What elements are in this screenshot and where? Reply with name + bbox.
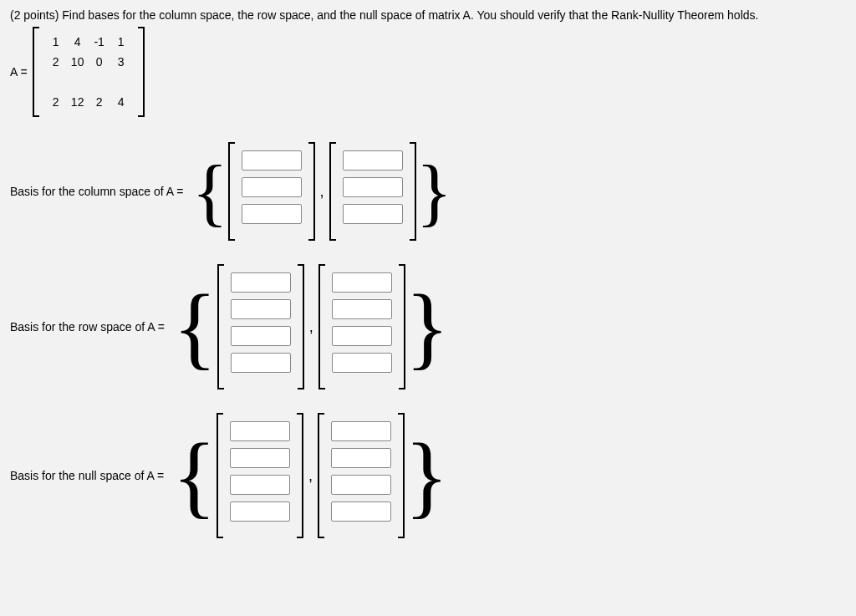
left-brace-icon: { [172,444,217,508]
matrix-cell: 3 [110,52,132,72]
matrix-cell: 4 [67,32,89,52]
matrix-cell: 12 [67,92,89,112]
vector-entry-input[interactable] [242,177,302,197]
separator-comma: , [308,467,313,485]
vector-entry-input[interactable] [332,326,392,346]
vector-entry-input[interactable] [242,204,302,224]
right-brace-icon: } [405,295,450,359]
column-space-section: Basis for the column space of A = { , } [10,142,846,241]
matrix-cell: 2 [45,52,67,72]
row-space-section: Basis for the row space of A = { , } [10,264,846,389]
vector-entry-input[interactable] [231,272,291,293]
right-brace-icon: } [405,444,449,508]
vector-entry-input[interactable] [230,448,290,468]
matrix-cell: 4 [110,92,132,112]
vector-entry-input[interactable] [343,150,403,171]
vector-entry-input[interactable] [331,501,391,522]
matrix-cell: 0 [89,52,110,72]
vector-entry-input[interactable] [230,475,290,495]
question-prompt: (2 points) Find bases for the column spa… [10,8,846,22]
left-brace-icon: { [173,295,217,359]
matrix-cell: 10 [67,52,89,72]
matrix-cell [110,72,132,92]
vector-entry-input[interactable] [242,150,302,171]
vector-entry-input[interactable] [230,421,290,441]
separator-comma: , [309,318,313,336]
null-space-section: Basis for the null space of A = { , } [10,413,846,538]
vector-entry-input[interactable] [332,272,392,293]
matrix-cell [45,72,67,92]
vector-entry-input[interactable] [343,177,403,197]
vector-entry-input[interactable] [331,475,391,495]
matrix-definition: A = 14-112100321224 [10,27,846,117]
vector-entry-input[interactable] [231,353,291,373]
question-text: Find bases for the column space, the row… [62,8,758,22]
left-brace-icon: { [191,165,227,218]
matrix-cell [89,72,110,92]
matrix-cell: 1 [110,32,132,52]
matrix-cell: 2 [89,92,110,112]
points-label: (2 points) [10,8,59,22]
vector-entry-input[interactable] [332,299,392,319]
vector-entry-input[interactable] [331,421,391,441]
matrix-cell [67,72,89,92]
matrix-cell: 2 [45,92,67,112]
vector-entry-input[interactable] [332,353,392,373]
separator-comma: , [320,183,324,201]
matrix-cell: -1 [89,32,110,52]
vector-entry-input[interactable] [231,326,291,346]
vector-entry-input[interactable] [343,204,403,224]
matrix-cell: 1 [45,32,67,52]
rowspace-label: Basis for the row space of A = [10,320,165,333]
vector-entry-input[interactable] [331,448,391,468]
colspace-label: Basis for the column space of A = [10,185,183,198]
matrix-label: A = [10,65,28,79]
nullspace-label: Basis for the null space of A = [10,469,164,482]
vector-entry-input[interactable] [231,299,291,319]
vector-entry-input[interactable] [230,501,290,522]
matrix-A: 14-112100321224 [33,27,145,117]
right-brace-icon: } [416,165,452,218]
